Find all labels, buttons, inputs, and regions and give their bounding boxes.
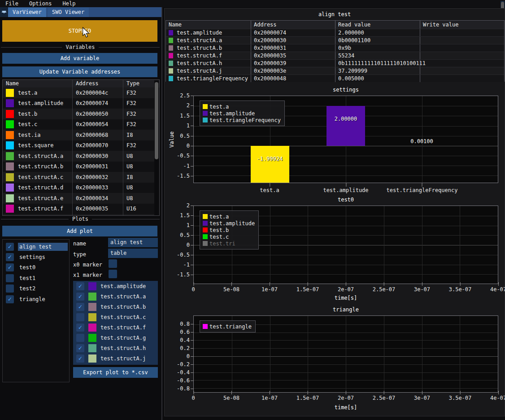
update-variable-addresses-button[interactable]: Update Variable addresses: [2, 66, 157, 77]
color-swatch[interactable]: [6, 120, 14, 128]
color-swatch[interactable]: [6, 99, 14, 107]
color-swatch[interactable]: [6, 194, 14, 202]
series-name[interactable]: test.structA.g: [100, 335, 146, 341]
color-swatch[interactable]: [6, 89, 14, 97]
write-value[interactable]: [420, 67, 504, 74]
variables-scrollbar[interactable]: [154, 80, 159, 216]
series-checkbox[interactable]: ✓: [76, 293, 84, 301]
plot-area[interactable]: test.triangle: [193, 315, 498, 393]
table-row[interactable]: test.amplitude0x200000742.000000: [166, 29, 504, 36]
color-swatch[interactable]: [6, 152, 14, 160]
x1-marker-checkbox[interactable]: [109, 270, 117, 278]
tab-varviewer[interactable]: VarViewer: [8, 8, 46, 17]
plot-list-item[interactable]: ✓triangle: [3, 294, 69, 304]
legend-item[interactable]: test.triangle: [203, 323, 252, 330]
series-list-item[interactable]: ✓test.structA.b: [73, 302, 158, 312]
series-name[interactable]: test.amplitude: [100, 283, 146, 289]
plot-visible-checkbox[interactable]: [6, 274, 14, 282]
stopped-state-button[interactable]: STOPPED: [2, 20, 157, 42]
column-header[interactable]: Address: [72, 80, 123, 88]
plot-name[interactable]: settings: [18, 253, 68, 261]
series-name[interactable]: test.structA.b: [100, 304, 146, 310]
write-value[interactable]: [420, 75, 504, 82]
series-color-swatch[interactable]: [88, 344, 96, 352]
table-row[interactable]: test.structA.f0x20000035U16: [3, 204, 155, 214]
color-swatch[interactable]: [6, 131, 14, 139]
table-row[interactable]: test.structA.e0x20000034U8: [3, 193, 155, 204]
column-header[interactable]: Name: [166, 21, 251, 29]
tab-swo-viewer[interactable]: SWO Viewer: [48, 8, 89, 17]
plot-name[interactable]: test2: [18, 284, 68, 293]
color-swatch[interactable]: [6, 141, 14, 149]
series-list-item[interactable]: ✓test.amplitude: [73, 281, 158, 291]
series-checkbox[interactable]: ✓: [76, 303, 84, 311]
table-row[interactable]: test.structA.h0x200000390b11111111110111…: [166, 59, 504, 67]
table-row[interactable]: test.structA.a0x200000300b00001100: [166, 36, 504, 44]
column-header[interactable]: Write value: [420, 21, 504, 29]
plot-list-item[interactable]: test1: [3, 273, 69, 283]
series-color-swatch[interactable]: [88, 354, 96, 363]
series-list-item[interactable]: ✓test.structA.f: [73, 322, 158, 332]
column-header[interactable]: Address: [251, 21, 335, 29]
series-checkbox[interactable]: ✓: [76, 282, 84, 290]
plot-list-item[interactable]: ✓settings: [3, 252, 69, 262]
bar-test.amplitude[interactable]: [327, 106, 365, 146]
write-value[interactable]: [420, 44, 504, 52]
plot-list-item[interactable]: ✓align test: [3, 241, 69, 252]
series-list-item[interactable]: ✓test.structA.a: [73, 291, 158, 302]
series-checkbox[interactable]: ✓: [76, 365, 84, 365]
table-row[interactable]: test.structA.j0x2000003e37.209999: [166, 67, 504, 74]
series-list-item[interactable]: ✓test.structA.h: [73, 343, 158, 353]
add-variable-button[interactable]: Add variable: [2, 53, 157, 64]
series-list-item[interactable]: ✓: [73, 363, 158, 365]
series-name[interactable]: test.structA.c: [100, 314, 146, 320]
table-row[interactable]: test.a0x2000004cF32: [3, 88, 155, 98]
table-row[interactable]: test.structA.b0x20000031U8: [3, 162, 155, 172]
color-swatch[interactable]: [6, 205, 14, 213]
series-name[interactable]: test.structA.f: [100, 324, 146, 331]
plot-type-field[interactable]: table: [108, 249, 158, 258]
plot-area[interactable]: test.atest.amplitudetest.btest.ctest.tri: [193, 206, 498, 284]
write-value[interactable]: [420, 60, 504, 67]
series-checkbox[interactable]: ✓: [76, 354, 84, 363]
series-color-swatch[interactable]: [88, 334, 96, 342]
bar-test.a[interactable]: [251, 146, 289, 183]
plot-name[interactable]: test0: [18, 263, 68, 271]
export-csv-button[interactable]: Export plot to *.csv: [73, 367, 158, 378]
add-plot-button[interactable]: Add plot: [2, 226, 157, 236]
column-header[interactable]: Read value: [335, 21, 420, 29]
plot-list-item[interactable]: test2: [3, 284, 69, 294]
table-row[interactable]: test.structA.b0x200000310x9b: [166, 44, 504, 52]
write-value[interactable]: [420, 52, 504, 59]
plot-name[interactable]: align test: [18, 243, 68, 251]
menu-help[interactable]: Help: [57, 0, 81, 7]
color-swatch[interactable]: [6, 184, 14, 192]
series-checkbox[interactable]: [76, 313, 84, 321]
color-swatch[interactable]: [6, 162, 14, 171]
legend-item[interactable]: test.a: [203, 213, 255, 220]
column-header[interactable]: Type: [123, 80, 159, 88]
plot-name[interactable]: triangle: [18, 295, 68, 303]
plot-list-item[interactable]: ✓test0: [3, 262, 69, 273]
plot-visible-checkbox[interactable]: ✓: [6, 295, 14, 303]
table-row[interactable]: test.square0x20000070F32: [3, 140, 155, 151]
table-row[interactable]: test.structA.a0x20000030U8: [3, 151, 155, 162]
column-header[interactable]: Name: [3, 80, 72, 88]
collapse-arrow-icon[interactable]: [0, 7, 8, 17]
series-color-swatch[interactable]: [88, 365, 96, 365]
legend-item[interactable]: test.b: [203, 227, 255, 233]
legend-item[interactable]: test.amplitude: [203, 220, 255, 227]
series-color-swatch[interactable]: [88, 324, 96, 332]
plot-name-field[interactable]: align test: [108, 238, 158, 247]
table-row[interactable]: test.structA.d0x20000033U8: [3, 183, 155, 193]
series-checkbox[interactable]: ✓: [76, 324, 84, 332]
panel-divider[interactable]: [161, 7, 162, 420]
plot-name[interactable]: test1: [18, 274, 68, 282]
table-row[interactable]: test.amplitude0x20000074F32: [3, 98, 155, 109]
series-name[interactable]: test.structA.h: [100, 345, 146, 351]
table-row[interactable]: test.structA.c0x20000032I8: [3, 172, 155, 183]
legend-item[interactable]: test.a: [203, 103, 281, 110]
series-color-swatch[interactable]: [88, 293, 96, 301]
color-swatch[interactable]: [6, 110, 14, 118]
legend-item[interactable]: test.amplitude: [203, 110, 281, 117]
